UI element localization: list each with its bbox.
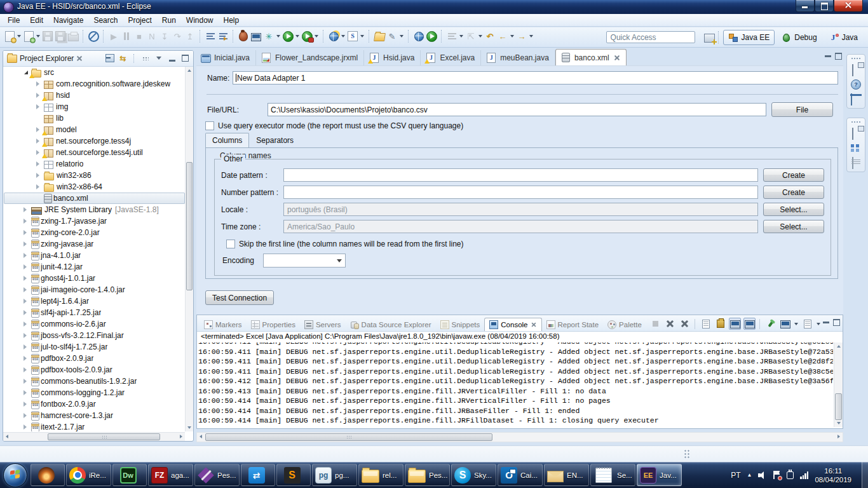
quick-access-input[interactable] [606,31,695,43]
profile-icon[interactable] [301,30,313,43]
expander-icon[interactable] [22,423,30,431]
tree-item[interactable]: jboss-vfs-3.2.12.Final.jar [4,330,185,341]
tree-item[interactable]: model [4,124,185,135]
menu-item[interactable]: Help [219,15,245,26]
tree-item[interactable]: jai-imageio-core-1.4.0.jar [4,284,185,295]
new-dropdown-icon[interactable] [17,30,22,43]
open-console-icon[interactable] [801,318,813,330]
expander-icon[interactable] [22,274,30,282]
field-button[interactable]: Select... [763,203,824,216]
close-tab-icon[interactable] [531,322,536,328]
explorer-vscrollbar[interactable] [185,67,193,431]
skip-first-line-checkbox[interactable] [226,240,235,248]
perspective-button[interactable]: Java EE [723,30,775,45]
filter-icon[interactable] [217,30,229,43]
query-executor-checkbox[interactable] [205,121,214,130]
editor-tab[interactable]: Flower_Landscape.jrxml [256,50,364,65]
hidden-icons-chevron[interactable]: ▲ [747,472,752,478]
tree-item[interactable]: lept4j-1.6.4.jar [4,295,185,307]
form-tab[interactable]: Columns [205,133,249,148]
tree-item[interactable]: com.recognition.software.jdeskew [4,78,185,90]
field-input[interactable]: America/Sao_Paulo [283,220,758,233]
close-tab-icon[interactable] [614,55,620,61]
tree-item[interactable]: net.sourceforge.tess4j [4,135,185,147]
menu-item[interactable]: Search [88,15,123,26]
perspective-button[interactable]: Debug [776,30,822,45]
console-view-tab[interactable]: Palette [603,318,646,331]
view-menu-icon[interactable] [153,53,164,64]
expander-icon[interactable] [22,217,30,225]
console-view-tab[interactable]: Properties [247,318,300,331]
encoding-dropdown[interactable] [263,254,346,268]
expander-icon[interactable] [22,320,30,328]
expander-icon[interactable] [22,286,30,294]
terminate-icon[interactable] [649,318,661,330]
soap-dropdown-icon[interactable] [360,30,365,43]
file-button[interactable]: File [771,102,833,117]
taskbar-button[interactable] [276,464,311,486]
expander-icon[interactable] [22,412,30,419]
expander-icon[interactable] [35,194,43,202]
cheat-sheets-icon[interactable] [851,79,861,90]
field-input[interactable] [283,186,758,199]
pin-dropdown-icon[interactable] [459,30,464,43]
taskbar-button[interactable]: aga... [148,464,193,486]
console-view-tab[interactable]: Markers [200,318,247,331]
editor-tab[interactable]: meuBean.java [481,50,555,65]
tree-item[interactable]: jul-to-slf4j-1.7.25.jar [4,341,185,353]
expander-icon[interactable] [22,343,30,351]
tree-item[interactable]: ghost4j-1.0.1.jar [4,273,185,284]
expander-icon[interactable] [22,229,30,236]
resume-icon[interactable] [108,30,119,43]
external-tools-icon[interactable] [250,30,262,43]
show-stdout-icon[interactable] [729,318,741,330]
start-button[interactable] [3,463,27,487]
form-tab[interactable]: Separators [249,133,301,148]
scroll-down-icon[interactable] [186,424,193,431]
tree-item[interactable]: zxing-javase.jar [4,238,185,250]
taskbar-button[interactable]: Sky... [451,464,496,486]
console-view-tab[interactable]: Report State [542,318,604,331]
field-input[interactable] [283,168,758,182]
taskbar-button[interactable]: Se... [590,464,635,486]
last-edit-location-icon[interactable] [484,30,496,43]
console-view-tab[interactable]: Snippets [436,318,485,331]
menu-item[interactable]: Window [181,15,219,26]
tree-item[interactable]: net.sourceforge.tess4j.util [4,147,185,158]
menu-item[interactable]: Navigate [48,15,88,26]
editor-tab[interactable]: Excel.java [421,50,481,65]
expander-icon[interactable] [22,332,30,339]
debug-icon[interactable] [238,30,249,43]
taskbar-button[interactable] [241,464,275,486]
back-icon[interactable] [497,30,508,43]
tree-item[interactable]: hamcrest-core-1.3.jar [4,410,185,421]
link-with-editor-icon[interactable] [118,53,128,64]
taskbar-button[interactable] [31,464,65,486]
tree-item[interactable]: lib [4,112,185,124]
forward-icon[interactable] [516,30,527,43]
drag-handle[interactable] [851,57,861,60]
tree-item[interactable]: JRE System Library [JavaSE-1.8] [4,204,185,215]
open-console-dropdown-icon[interactable] [816,318,821,330]
field-input[interactable]: português (Brasil) [283,203,758,216]
restore-view-icon[interactable] [850,65,862,75]
field-button[interactable]: Create [763,186,824,199]
scroll-up-icon[interactable] [186,67,193,74]
taskbar-button[interactable]: EN... [544,464,589,486]
taskbar-button[interactable]: rel... [358,464,403,486]
show-stderr-icon[interactable] [743,318,756,330]
scroll-right-icon[interactable] [177,433,185,440]
scroll-right-icon[interactable] [835,433,843,440]
run-on-server-icon[interactable] [426,30,437,43]
console-view-tab[interactable]: Console [484,318,541,331]
tree-item[interactable]: jna-4.1.0.jar [4,250,185,261]
field-button[interactable]: Select... [763,220,824,233]
show-desktop-button[interactable] [862,462,868,488]
scroll-left-icon[interactable] [3,433,11,440]
minimize-editor-icon[interactable] [825,55,831,57]
expander-icon[interactable] [35,103,43,111]
console-view-tab[interactable]: Servers [300,318,346,331]
terminate-icon[interactable] [133,30,145,43]
new-project-dropdown-icon[interactable] [36,30,41,43]
scroll-thumb[interactable] [205,433,492,441]
